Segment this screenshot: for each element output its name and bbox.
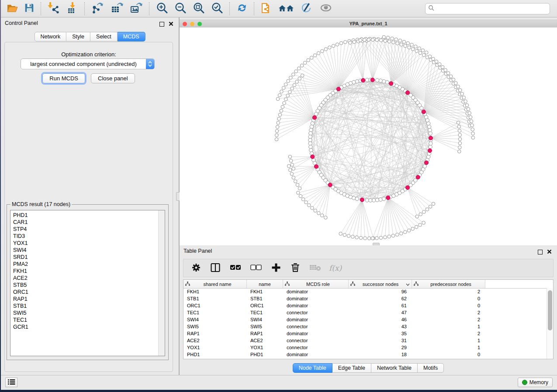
zoom-selected-button[interactable] [210,0,225,17]
export-web-icon [260,1,273,16]
column-header-shared-name[interactable]: shared name [183,280,247,288]
zoom-in-button[interactable] [155,0,170,17]
tab-mcds[interactable]: MCDS [118,32,145,41]
control-panel: Control Panel NetworkStyleSelectMCDS Opt… [1,17,179,375]
mcds-result-item[interactable]: ORC1 [13,289,157,296]
tree-icon [350,282,355,287]
import-network-button[interactable] [46,0,61,17]
hide-all-columns-button[interactable] [249,262,263,274]
network-view-window: YPA_prune.txt_1 [180,20,557,245]
table-row[interactable]: YOX1YOX1connector291 [183,344,547,351]
mcds-list-scrollbar[interactable] [158,210,165,356]
close-panel-icon[interactable] [169,20,173,28]
column-header-mcds-role[interactable]: MCDS role [283,280,349,288]
criterion-dropdown[interactable]: largest connected component (undirected) [21,58,155,69]
export-image-button[interactable] [128,0,144,17]
export-network-button[interactable] [90,0,106,17]
mcds-result-item[interactable]: FKH1 [13,268,157,275]
mcds-result-item[interactable]: STB1 [13,303,157,309]
application-window: Control Panel NetworkStyleSelectMCDS Opt… [1,0,557,390]
network-canvas[interactable] [180,28,557,245]
mcds-result-item[interactable]: PHD1 [13,212,157,219]
export-web-button[interactable] [259,0,273,17]
table-row[interactable]: FKH1FKH1dominator962 [183,288,547,295]
zoom-out-button[interactable] [173,0,188,17]
table-cell: ACE2 [183,338,247,343]
mcds-result-item[interactable]: GCR1 [13,323,157,330]
table-row[interactable]: STB1STB1dominator620 [183,295,547,302]
table-scrollbar[interactable] [547,288,553,359]
table-tab-node-table[interactable]: Node Table [293,363,332,373]
export-table-button[interactable] [109,0,125,17]
open-file-button[interactable] [5,1,19,16]
table-row[interactable]: RAP1RAP1dominator352 [183,330,547,337]
table-tab-edge-table[interactable]: Edge Table [332,363,371,373]
create-column-button[interactable] [270,261,282,275]
table-panel-title: Table Panel [183,248,212,254]
mcds-result-item[interactable]: STP4 [13,226,157,233]
table-tab-network-table[interactable]: Network Table [371,363,418,373]
close-panel-button[interactable]: Close panel [91,73,135,83]
hide-details-button[interactable] [299,0,315,17]
mcds-result-item[interactable]: PMA2 [13,261,157,268]
tab-network[interactable]: Network [34,32,66,41]
tab-style[interactable]: Style [66,32,90,41]
delete-column-button[interactable] [290,261,301,275]
mcds-result-item[interactable]: TEC1 [13,316,157,323]
function-builder-button[interactable]: f(x) [329,264,342,272]
table-row[interactable]: SWI4SWI4dominator462 [183,316,547,323]
show-panels-button[interactable] [5,378,17,387]
toolbar-separator [84,2,85,15]
table-row[interactable]: TEC1TEC1connector472 [183,309,547,316]
delete-table-button[interactable] [308,262,322,274]
table-row[interactable]: PHD1PHD1dominator180 [183,351,547,358]
mcds-result-item[interactable]: TID3 [13,233,157,240]
table-settings-button[interactable] [190,262,202,275]
import-table-button[interactable] [65,0,80,17]
table-cell: dominator [283,331,349,336]
network-window-titlebar[interactable]: YPA_prune.txt_1 [180,20,557,28]
refresh-button[interactable] [235,1,249,16]
table-row[interactable]: SWI5SWI5connector431 [183,323,547,330]
search-input[interactable] [434,5,547,12]
float-table-panel-icon[interactable] [538,250,543,254]
mcds-result-item[interactable]: RAP1 [13,296,157,303]
mcds-result-item[interactable]: ACE2 [13,275,157,282]
mcds-result-item[interactable]: SWI4 [13,247,157,254]
split-panel-button[interactable] [209,261,221,275]
cybrowser-button[interactable] [277,1,295,16]
mcds-result-item[interactable]: STB5 [13,282,157,289]
column-header-predecessor-nodes[interactable]: predecessor nodes [412,280,485,288]
mcds-result-item[interactable]: SRD1 [13,254,157,261]
table-tab-motifs[interactable]: Motifs [418,363,444,373]
table-header-row: shared namenameMCDS rolesuccessor nodesp… [183,280,553,289]
mcds-result-item[interactable]: YOX1 [13,240,157,247]
mcds-result-item[interactable]: SWI5 [13,309,157,316]
table-cell: 96 [349,289,412,294]
save-session-button[interactable] [23,1,36,16]
column-header-successor-nodes[interactable]: successor nodes [349,280,412,288]
memory-button[interactable]: Memory [518,378,553,387]
birdseye-button[interactable] [318,1,334,16]
tab-select[interactable]: Select [90,32,118,41]
table-cell: 2 [412,331,485,336]
search-box[interactable] [425,3,550,14]
zoom-fit-button[interactable] [191,0,206,17]
table-row[interactable]: ACE2ACE2connector311 [183,337,547,344]
column-header-name[interactable]: name [247,280,283,288]
mcds-result-item[interactable]: CAR1 [13,219,157,226]
show-all-columns-button[interactable] [229,262,242,274]
control-panel-header: Control Panel [1,17,179,29]
close-table-panel-icon[interactable] [547,248,552,256]
table-scrollbar-thumb[interactable] [548,290,552,330]
table-cell: 1 [412,345,485,350]
run-mcds-button[interactable]: Run MCDS [42,73,85,83]
table-cell: 18 [349,352,412,357]
mcds-result-list[interactable]: PHD1CAR1STP4TID3YOX1SWI4SRD1PMA2FKH1ACE2… [10,210,165,356]
table-cell: dominator [283,289,349,294]
float-panel-icon[interactable] [159,22,164,27]
table-cell: PHD1 [183,352,247,357]
table-row[interactable]: ORC1ORC1dominator610 [183,302,547,309]
gear-icon [191,263,201,274]
table-cell: connector [283,324,349,329]
